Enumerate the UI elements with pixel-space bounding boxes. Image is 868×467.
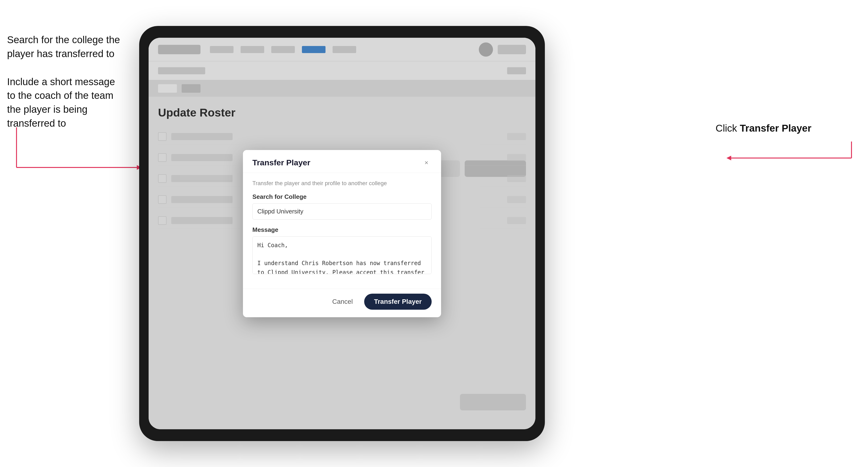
modal-footer: Cancel Transfer Player: [243, 289, 441, 317]
ipad-screen: Update Roster: [149, 38, 535, 429]
message-group: Message Hi Coach, I understand Chris Rob…: [252, 226, 432, 275]
search-college-label: Search for College: [252, 193, 432, 200]
cancel-button[interactable]: Cancel: [327, 294, 358, 309]
modal-header: Transfer Player ×: [243, 150, 441, 173]
modal-body: Transfer the player and their profile to…: [243, 173, 441, 289]
search-college-group: Search for College: [252, 193, 432, 220]
message-label: Message: [252, 226, 432, 234]
modal-title: Transfer Player: [252, 158, 310, 167]
message-textarea[interactable]: Hi Coach, I understand Chris Robertson h…: [252, 236, 432, 274]
annotation-transfer-bold: Transfer Player: [740, 123, 811, 134]
transfer-player-modal: Transfer Player × Transfer the player an…: [243, 150, 441, 317]
close-icon: ×: [425, 159, 428, 166]
search-college-input[interactable]: [252, 203, 432, 220]
svg-marker-5: [726, 156, 731, 160]
left-arrow-svg: [0, 125, 149, 177]
transfer-player-button[interactable]: Transfer Player: [364, 294, 432, 310]
modal-subtitle: Transfer the player and their profile to…: [252, 180, 432, 187]
annotation-message-text: Include a short messageto the coach of t…: [7, 75, 130, 130]
ipad-device: Update Roster: [139, 26, 545, 441]
modal-close-button[interactable]: ×: [421, 158, 432, 168]
annotation-search-text: Search for the college the player has tr…: [7, 33, 130, 61]
right-arrow-svg: [712, 139, 868, 167]
annotation-right-area: Click Transfer Player: [716, 123, 811, 134]
modal-overlay: Transfer Player × Transfer the player an…: [149, 38, 535, 429]
